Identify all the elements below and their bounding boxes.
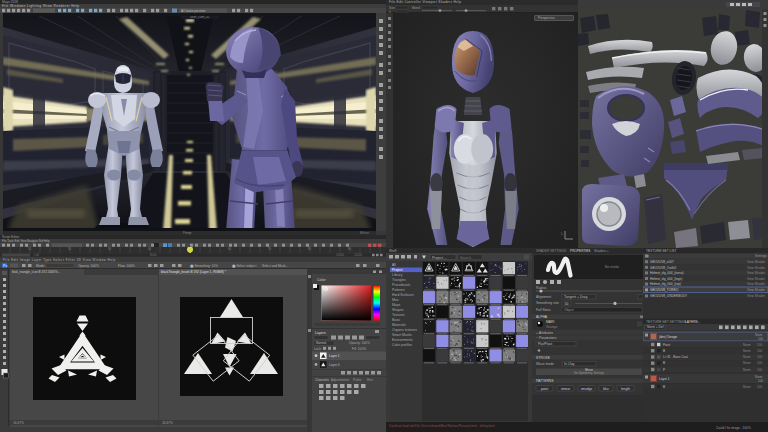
svg-text:View Shader: View Shader: [747, 282, 766, 286]
svg-text:Opacity: 100%: Opacity: 100%: [78, 264, 99, 268]
svg-text:Hist: Hist: [367, 378, 373, 382]
svg-text:Environments: Environments: [392, 338, 413, 342]
svg-text:⬤ Smoothing: 10%: ⬤ Smoothing: 10%: [190, 264, 218, 268]
svg-text:Object: Object: [564, 308, 574, 312]
svg-text:Procedurals: Procedurals: [392, 283, 410, 287]
svg-text:Helmet_dg_004_(legs): Helmet_dg_004_(legs): [650, 277, 682, 281]
svg-text:Mode:: Mode:: [36, 264, 45, 268]
svg-text:No stroke: No stroke: [605, 265, 620, 269]
svg-text:+ Attributes: + Attributes: [536, 331, 553, 335]
svg-text:Smoothing rate: Smoothing rate: [536, 301, 559, 305]
svg-text:Project ...: Project ...: [432, 256, 447, 260]
svg-text:Norm: Norm: [743, 385, 751, 389]
svg-text:View Shader: View Shader: [747, 271, 766, 275]
svg-text:B: B: [663, 349, 665, 353]
svg-text:Flat/Float: Flat/Float: [538, 342, 552, 346]
svg-text:MARI: MARI: [546, 320, 555, 324]
svg-text:Paint: Paint: [663, 343, 670, 347]
svg-text:Shapes: Shapes: [392, 308, 404, 312]
svg-text:100: 100: [757, 349, 762, 353]
svg-text:Triangles: Triangles: [392, 278, 406, 282]
svg-text:GEO2UV8_Outfit2: GEO2UV8_Outfit2: [650, 266, 676, 270]
svg-text:Layer 0: Layer 0: [329, 363, 340, 367]
svg-text:Flow: 100%: Flow: 100%: [118, 264, 135, 268]
svg-text:View Shader: View Shader: [747, 294, 766, 298]
svg-text:smear: smear: [561, 387, 571, 391]
svg-text:Norm: Norm: [743, 361, 751, 365]
svg-text:Channels: Channels: [315, 378, 329, 382]
svg-text:100: 100: [757, 361, 762, 365]
svg-text:View Shader: View Shader: [747, 288, 766, 292]
svg-text:100: 100: [757, 355, 762, 359]
svg-text:TEXTURE SET LIST: TEXTURE SET LIST: [646, 249, 677, 253]
svg-text:+: +: [698, 320, 700, 324]
svg-text:100: 100: [757, 368, 762, 372]
svg-text:GEO2UV8_v007: GEO2UV8_v007: [650, 260, 674, 264]
svg-text:Textures: Textures: [392, 313, 405, 317]
svg-text:length: length: [621, 387, 630, 391]
svg-text:Norm + Def: Norm + Def: [647, 325, 663, 329]
svg-text:Alignment: Alignment: [536, 295, 551, 299]
svg-text:Normal: Normal: [316, 341, 327, 345]
svg-text:Norm: Norm: [743, 368, 751, 372]
svg-text:PATTERNS: PATTERNS: [536, 379, 554, 383]
svg-text:Materials: Materials: [392, 323, 406, 327]
svg-text:⬤ Select subject: ⬤ Select subject: [232, 264, 256, 268]
svg-text:Layer 1: Layer 1: [329, 354, 340, 358]
svg-text:Fall Static: Fall Static: [536, 308, 551, 312]
svg-text:All: All: [392, 263, 396, 267]
svg-text:100: 100: [758, 379, 763, 383]
svg-text:Color profiles: Color profiles: [392, 343, 412, 347]
svg-text:B: B: [663, 385, 665, 389]
svg-text:P: P: [663, 368, 665, 372]
svg-text:Layers: Layers: [315, 331, 326, 335]
svg-text:LAYERS: LAYERS: [685, 320, 699, 324]
svg-text:Norm: Norm: [743, 355, 751, 359]
svg-text:Norm: Norm: [743, 349, 751, 353]
svg-text:Maps: Maps: [392, 303, 401, 307]
svg-text:Color: Color: [317, 278, 326, 282]
svg-text:View Shader: View Shader: [747, 277, 766, 281]
svg-text:STROKE: STROKE: [536, 356, 551, 360]
svg-text:B: B: [663, 361, 665, 365]
svg-text:− Parameters: − Parameters: [536, 336, 557, 340]
svg-text:In Clay: In Clay: [564, 362, 575, 366]
svg-text:100: 100: [758, 337, 763, 341]
svg-text:Set Symmetry Settings: Set Symmetry Settings: [574, 371, 605, 375]
svg-text:Helmet_dg_004_(top): Helmet_dg_004_(top): [650, 282, 681, 286]
svg-text:GEO2UV8_UNDERBODY: GEO2UV8_UNDERBODY: [650, 294, 688, 298]
svg-text:paint: paint: [541, 387, 548, 391]
svg-text:Smart Masks: Smart Masks: [392, 333, 412, 337]
svg-text:50: 50: [565, 302, 569, 306]
svg-text:GEO2UV8_TORSO: GEO2UV8_TORSO: [650, 288, 679, 292]
svg-text:Library: Library: [392, 273, 403, 277]
svg-text:100: 100: [757, 343, 762, 347]
svg-text:Adjustments: Adjustments: [331, 378, 349, 382]
svg-text:Layer 1: Layer 1: [659, 377, 670, 381]
svg-text:TEXTURE SET SETTINGS: TEXTURE SET SETTINGS: [646, 320, 687, 324]
svg-text:Fill: 100%: Fill: 100%: [352, 347, 366, 351]
svg-text:Norm: Norm: [743, 343, 751, 347]
svg-text:100: 100: [757, 385, 762, 389]
svg-text:smudge: smudge: [581, 387, 593, 391]
svg-text:Opacity: 100%: Opacity: 100%: [349, 341, 370, 345]
svg-text:View Shader: View Shader: [747, 260, 766, 264]
svg-text:Lock:: Lock:: [314, 347, 322, 351]
svg-text:Lv 81 - Base Coat: Lv 81 - Base Coat: [663, 355, 688, 359]
svg-text:Settings: Settings: [755, 254, 767, 258]
svg-text:Search: Search: [460, 256, 471, 260]
svg-text:Wave mode: Wave mode: [536, 362, 554, 366]
svg-text:Misc: Misc: [392, 298, 399, 302]
svg-text:ALPHA: ALPHA: [536, 315, 548, 319]
svg-text:Organic textures: Organic textures: [392, 328, 417, 332]
svg-text:Project: Project: [392, 268, 403, 272]
svg-text:Basic: Basic: [392, 318, 401, 322]
svg-text:(dev) Design: (dev) Design: [659, 335, 677, 339]
svg-text:View Shader: View Shader: [747, 266, 766, 270]
svg-text:Patterns: Patterns: [392, 288, 405, 292]
svg-text:Paths: Paths: [353, 378, 362, 382]
svg-text:Select and Mask...: Select and Mask...: [262, 264, 288, 268]
svg-text:Ps: Ps: [3, 264, 7, 268]
svg-text:blur: blur: [603, 387, 609, 391]
svg-text:Hard Surfaces: Hard Surfaces: [392, 293, 414, 297]
